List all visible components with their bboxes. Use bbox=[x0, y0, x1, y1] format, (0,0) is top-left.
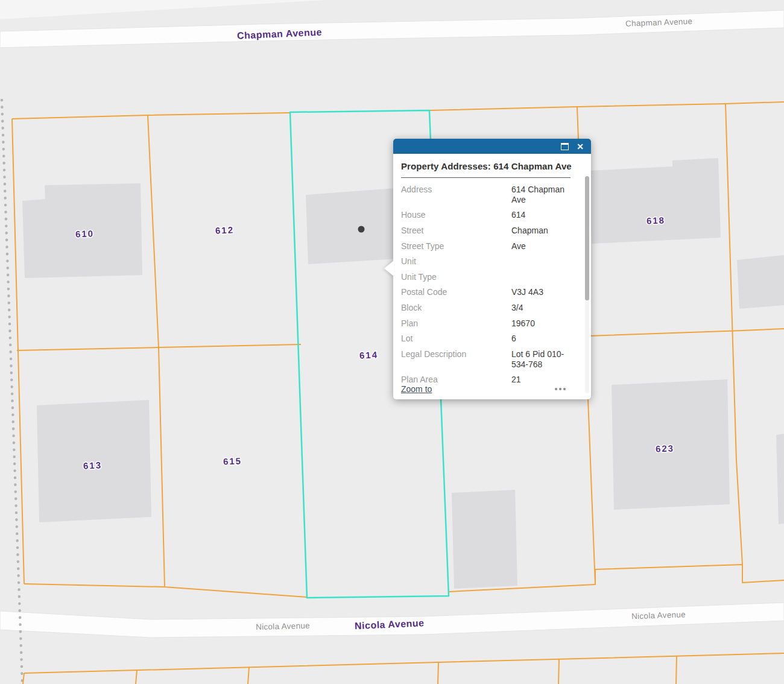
popup-title: Property Addresses: 614 Chapman Ave bbox=[401, 161, 579, 173]
field-row-unit-type: Unit Type bbox=[401, 272, 583, 282]
field-row-address: Address 614 Chapman Ave bbox=[401, 185, 583, 205]
parcel-label-613: 613 bbox=[83, 460, 103, 471]
field-row-plan: Plan 19670 bbox=[401, 318, 583, 329]
field-value: 3/4 bbox=[511, 303, 583, 313]
chapman-avenue-road bbox=[0, 10, 784, 48]
field-value: 19670 bbox=[511, 318, 583, 329]
parcel-line-north-east bbox=[429, 102, 784, 110]
map-canvas[interactable]: 610 612 614 618 613 615 623 Chapman Aven… bbox=[0, 0, 784, 684]
parcel-label-615: 615 bbox=[223, 455, 242, 466]
selection-marker-dot bbox=[358, 226, 365, 233]
parcel-line-bottomrow-v5 bbox=[676, 656, 677, 684]
parcel-line-bottomrow-v1 bbox=[136, 670, 137, 684]
building-right-edge-top bbox=[737, 255, 784, 309]
field-row-lot: Lot 6 bbox=[401, 334, 583, 344]
parcel-line-bottomrow-v2 bbox=[248, 667, 249, 684]
parcel-line-bottomrow-top bbox=[24, 653, 784, 673]
field-value: 614 Chapman Ave bbox=[511, 185, 583, 205]
map-application: 610 612 614 618 613 615 623 Chapman Aven… bbox=[0, 0, 784, 684]
field-value: 6 bbox=[511, 334, 583, 344]
parcel-label-612: 612 bbox=[215, 224, 235, 236]
field-row-unit: Unit bbox=[401, 256, 583, 267]
popup-body: Property Addresses: 614 Chapman Ave Addr… bbox=[393, 154, 591, 399]
field-label: Address bbox=[401, 185, 511, 205]
field-row-house: House 614 bbox=[401, 210, 583, 220]
dock-icon[interactable] bbox=[560, 142, 569, 151]
property-popup: ✕ Property Addresses: 614 Chapman Ave Ad… bbox=[393, 139, 591, 399]
parcel-line-bottomrow-v3 bbox=[438, 662, 438, 684]
field-value: Ave bbox=[511, 241, 583, 252]
field-label: Lot bbox=[401, 334, 511, 344]
close-icon[interactable]: ✕ bbox=[575, 142, 585, 151]
parcel-label-610: 610 bbox=[75, 228, 95, 239]
parcel-line-south-east bbox=[595, 565, 784, 583]
basemap-area bbox=[0, 0, 326, 19]
field-value bbox=[511, 272, 583, 282]
field-value: Chapman bbox=[511, 226, 583, 236]
building-614 bbox=[306, 188, 397, 264]
parcel-line-west bbox=[12, 119, 24, 584]
street-label-nicola-basemap-left: Nicola Avenue bbox=[256, 621, 310, 632]
parcel-line-bottomrow-v0 bbox=[23, 673, 24, 684]
parcel-line-bottomrow-v4 bbox=[558, 659, 559, 684]
popup-scrollbar-thumb[interactable] bbox=[585, 176, 589, 300]
field-row-block: Block 3/4 bbox=[401, 303, 583, 313]
field-label: Street Type bbox=[401, 241, 511, 252]
field-label: Plan bbox=[401, 318, 511, 329]
parcel-label-618: 618 bbox=[646, 215, 666, 226]
field-label: Unit Type bbox=[401, 272, 511, 282]
ellipsis-icon[interactable] bbox=[555, 388, 566, 390]
zoom-to-link[interactable]: Zoom to bbox=[401, 384, 432, 394]
parcel-label-614: 614 bbox=[359, 349, 379, 361]
field-label: Unit bbox=[401, 256, 511, 267]
field-label: Postal Code bbox=[401, 287, 511, 297]
field-label: Legal Description bbox=[401, 349, 511, 370]
field-label: Block bbox=[401, 303, 511, 313]
popup-footer: Zoom to bbox=[401, 383, 583, 395]
field-value: Lot 6 Pid 010-534-768 bbox=[511, 349, 583, 370]
field-value bbox=[511, 256, 583, 267]
popup-pointer-tail bbox=[384, 261, 394, 276]
popup-title-separator bbox=[401, 177, 571, 178]
street-label-nicola-basemap-right: Nicola Avenue bbox=[631, 610, 686, 621]
building-618 bbox=[589, 158, 721, 244]
building-right-edge-bottom bbox=[776, 434, 784, 524]
field-label: House bbox=[401, 210, 511, 220]
field-value: V3J 4A3 bbox=[511, 287, 583, 297]
parcel-line-south-west bbox=[24, 584, 307, 597]
parcel-line-north-west bbox=[12, 113, 289, 119]
parcel-label-623: 623 bbox=[656, 443, 675, 454]
field-value: 614 bbox=[511, 210, 583, 220]
field-row-legal-description: Legal Description Lot 6 Pid 010-534-768 bbox=[401, 349, 583, 370]
popup-header: ✕ bbox=[393, 139, 591, 154]
field-label: Street bbox=[401, 226, 511, 236]
building-between bbox=[452, 490, 517, 589]
field-row-street-type: Street Type Ave bbox=[401, 241, 583, 252]
field-row-postal-code: Postal Code V3J 4A3 bbox=[401, 287, 583, 297]
field-row-street: Street Chapman bbox=[401, 226, 583, 236]
